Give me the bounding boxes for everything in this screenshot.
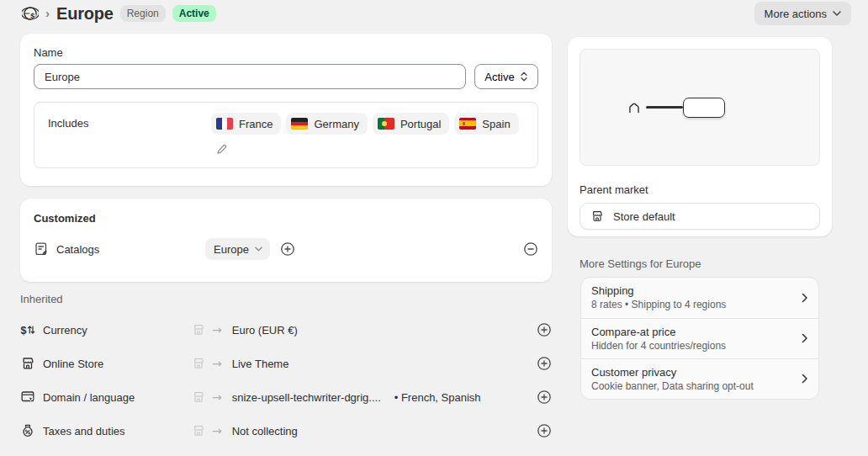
customize-taxes-button[interactable] <box>537 423 552 438</box>
chevron-right-icon <box>802 374 808 384</box>
status-select[interactable]: Active <box>474 64 538 89</box>
settings-item-shipping[interactable]: Shipping 8 rates • Shipping to 4 regions <box>581 278 818 318</box>
breadcrumb-chevron-icon: › <box>45 6 50 20</box>
country-chip-france: France <box>211 113 281 135</box>
chevron-down-icon <box>833 11 841 16</box>
plus-circle-icon <box>537 356 552 371</box>
customize-online-store-button[interactable] <box>537 356 552 371</box>
settings-item-title: Customer privacy <box>591 366 802 379</box>
chevron-down-icon <box>255 247 262 252</box>
name-label: Name <box>34 46 538 59</box>
country-name: France <box>239 118 273 130</box>
region-type-badge: Region <box>120 5 166 22</box>
settings-item-title: Compare-at price <box>591 326 802 338</box>
customized-card: Customized Catalogs Europe <box>20 199 552 282</box>
inherited-section: Inherited $ Currency → Euro (EUR €) <box>20 293 552 448</box>
storefront-icon <box>20 356 35 371</box>
inherited-row-value: snize-upsell-techwriter-dgrig.... <box>232 391 381 404</box>
parent-market-card: Parent market Store default <box>568 37 832 236</box>
catalogs-row: Catalogs Europe <box>34 238 538 260</box>
customize-domain-button[interactable] <box>537 390 552 405</box>
market-hierarchy-illustration <box>580 49 820 166</box>
country-chip-spain: Spain <box>454 113 518 135</box>
settings-item-subtitle: Cookie banner, Data sharing opt-out <box>591 380 802 392</box>
more-actions-button[interactable]: More actions <box>754 2 851 25</box>
inherited-row-value: Euro (EUR €) <box>232 324 298 337</box>
storefront-icon <box>192 390 205 404</box>
page-header: $ › Europe Region Active More actions <box>22 0 851 27</box>
customized-heading: Customized <box>34 212 538 225</box>
inherited-row-taxes: Taxes and duties → Not collecting <box>20 414 552 448</box>
country-name: Portugal <box>400 118 441 130</box>
customize-currency-button[interactable] <box>537 322 552 337</box>
plus-circle-icon <box>280 241 295 257</box>
arrow-right-icon: → <box>212 357 222 370</box>
country-name: Spain <box>482 118 510 130</box>
storefront-icon <box>192 424 205 437</box>
status-badge: Active <box>172 5 216 22</box>
plus-circle-icon <box>537 322 552 337</box>
more-settings-list: Shipping 8 rates • Shipping to 4 regions… <box>580 277 819 400</box>
settings-item-subtitle: 8 rates • Shipping to 4 regions <box>591 299 802 310</box>
home-icon <box>627 101 641 114</box>
inherited-row-label: Domain / language <box>43 391 135 404</box>
inherited-row-label: Taxes and duties <box>43 425 125 437</box>
chevron-right-icon <box>802 293 808 303</box>
settings-item-title: Shipping <box>591 284 802 297</box>
select-caret-icon <box>520 71 528 82</box>
france-flag-icon <box>216 118 233 130</box>
markets-globe-dollar-icon: $ <box>22 5 39 22</box>
catalog-icon <box>34 241 49 257</box>
country-chip-portugal: Portugal <box>373 113 449 135</box>
arrow-right-icon: → <box>212 390 222 404</box>
market-box <box>683 98 725 118</box>
country-chips: France Germany Portugal Spain <box>211 113 524 135</box>
store-default-label: Store default <box>613 210 675 223</box>
inherited-heading: Inherited <box>20 293 552 305</box>
settings-item-compare-at-price[interactable]: Compare-at price Hidden for 4 countries/… <box>581 318 818 358</box>
inherited-row-value: Live Theme <box>232 358 289 370</box>
portugal-flag-icon <box>378 118 394 130</box>
more-settings-heading: More Settings for Europe <box>580 257 701 270</box>
more-actions-label: More actions <box>765 8 827 20</box>
arrow-right-icon: → <box>212 323 222 337</box>
chevron-right-icon <box>802 333 808 343</box>
spain-flag-icon <box>459 118 476 130</box>
inherited-row-domain-language: Domain / language → snize-upsell-techwri… <box>20 380 552 414</box>
add-catalog-button[interactable] <box>280 241 295 257</box>
pencil-edit-icon <box>214 143 228 156</box>
edit-countries-button[interactable] <box>211 141 233 158</box>
country-chip-germany: Germany <box>286 113 367 135</box>
includes-label: Includes <box>48 113 211 159</box>
inherited-row-online-store: Online Store → Live Theme <box>20 347 552 380</box>
region-details-card: Name Active Includes France Germany <box>20 34 552 186</box>
catalogs-label: Catalogs <box>56 243 99 256</box>
page-title: Europe <box>56 4 114 24</box>
inherited-row-label: Online Store <box>43 358 103 370</box>
storefront-icon <box>192 323 205 337</box>
inherited-row-label: Currency <box>43 324 87 337</box>
settings-item-customer-privacy[interactable]: Customer privacy Cookie banner, Data sha… <box>581 358 818 399</box>
catalog-select[interactable]: Europe <box>205 238 270 260</box>
connector-line <box>646 106 683 109</box>
region-name-input[interactable] <box>34 64 466 89</box>
taxes-bag-icon <box>20 423 35 438</box>
germany-flag-icon <box>291 118 308 130</box>
plus-circle-icon <box>537 423 552 438</box>
settings-item-subtitle: Hidden for 4 countries/regions <box>591 340 802 352</box>
storefront-icon <box>192 357 205 370</box>
inherited-row-currency: $ Currency → Euro (EUR €) <box>20 313 552 347</box>
country-name: Germany <box>314 118 358 130</box>
store-default-button[interactable]: Store default <box>580 203 820 230</box>
arrow-right-icon: → <box>212 424 222 437</box>
includes-box: Includes France Germany Portugal Spain <box>34 102 538 168</box>
plus-circle-icon <box>537 390 552 405</box>
currency-exchange-icon: $ <box>20 322 35 337</box>
parent-market-label: Parent market <box>580 183 820 196</box>
storefront-icon <box>590 209 604 223</box>
inherited-row-value: Not collecting <box>232 425 298 437</box>
minus-circle-icon <box>523 241 538 257</box>
remove-catalogs-button[interactable] <box>523 241 538 257</box>
catalog-select-value: Europe <box>214 243 249 256</box>
domain-browser-icon <box>20 390 35 405</box>
